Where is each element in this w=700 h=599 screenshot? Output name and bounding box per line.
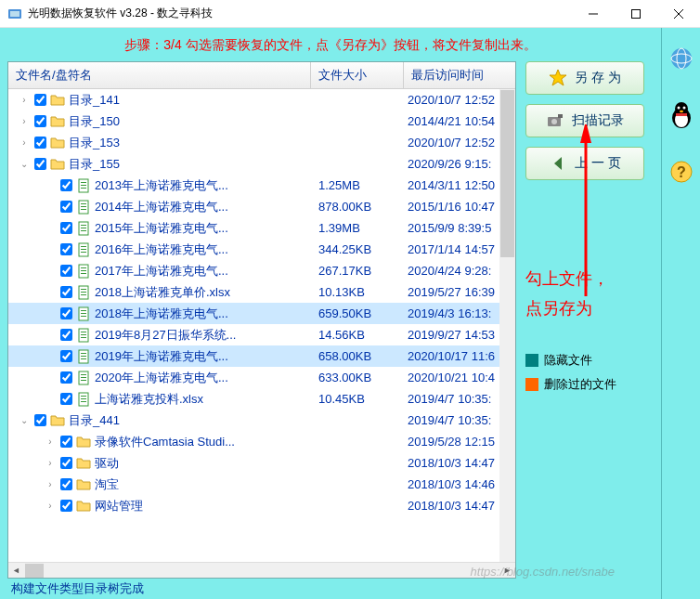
watermark: https://blog.csdn.net/snabe: [471, 565, 615, 579]
tree-row[interactable]: 2016年上海诺雅克电气...344.25KB2017/1/14 14:57: [8, 239, 515, 260]
tree-row[interactable]: ›网站管理2018/10/3 14:47: [8, 495, 515, 516]
row-checkbox[interactable]: [60, 307, 72, 319]
file-icon: [76, 200, 91, 215]
legend-deleted-label: 删除过的文件: [544, 376, 616, 393]
tree-row[interactable]: 2018年上海诺雅克电气...659.50KB2019/4/3 16:13:: [8, 303, 515, 324]
tree-row[interactable]: 上海诺雅克投料.xlsx10.45KB2019/4/7 10:35:: [8, 388, 515, 410]
tree-row[interactable]: ›目录_1502014/4/21 10:54: [8, 111, 515, 132]
column-size[interactable]: 文件大小: [311, 62, 404, 88]
tree-row[interactable]: 2020年上海诺雅克电气...633.00KB2020/10/21 10:4: [8, 367, 515, 388]
row-checkbox[interactable]: [34, 158, 46, 170]
tree-row[interactable]: 2013年上海诺雅克电气...1.25MB2014/3/11 12:50: [8, 175, 515, 196]
row-checkbox[interactable]: [60, 436, 72, 448]
row-checkbox[interactable]: [60, 201, 72, 213]
arrow-left-icon: [549, 154, 567, 173]
step-instruction: 步骤：3/4 勾选需要恢复的文件，点《另存为》按钮，将文件复制出来。: [7, 33, 654, 61]
tree-row[interactable]: ›驱动2018/10/3 14:47: [8, 452, 515, 474]
tree-row[interactable]: ›淘宝2018/10/3 14:46: [8, 474, 515, 495]
expander-icon[interactable]: ›: [18, 95, 31, 105]
help-icon[interactable]: ?: [669, 160, 694, 187]
status-bar: 构建文件类型目录树完成: [7, 579, 654, 599]
tree-row[interactable]: ⌄目录_4412019/4/7 10:35:: [8, 410, 515, 431]
row-name: 驱动: [95, 455, 119, 472]
expander-icon[interactable]: ⌄: [18, 415, 31, 425]
row-checkbox[interactable]: [60, 329, 72, 341]
tree-row[interactable]: ›录像软件Camtasia Studi...2019/5/28 12:15: [8, 431, 515, 452]
prev-page-button[interactable]: 上 一 页: [525, 147, 644, 180]
tree-row[interactable]: 2015年上海诺雅克电气...1.39MB2015/9/9 8:39:5: [8, 217, 515, 239]
row-date: 2020/9/26 9:15:: [404, 157, 515, 171]
column-date[interactable]: 最后访问时间: [404, 62, 515, 88]
row-date: 2018/10/3 14:47: [404, 499, 515, 513]
row-checkbox[interactable]: [60, 457, 72, 469]
row-checkbox[interactable]: [34, 137, 46, 149]
row-checkbox[interactable]: [60, 371, 72, 384]
expander-icon[interactable]: ›: [44, 458, 57, 468]
row-checkbox[interactable]: [34, 115, 46, 127]
file-icon: [76, 264, 91, 279]
tree-row[interactable]: 2017年上海诺雅克电气...267.17KB2020/4/24 9:28:: [8, 260, 515, 281]
scan-log-label: 扫描记录: [572, 112, 624, 129]
penguin-icon[interactable]: [669, 101, 694, 132]
svg-rect-28: [81, 292, 86, 293]
row-checkbox[interactable]: [60, 393, 72, 405]
row-date: 2014/3/11 12:50: [404, 178, 515, 192]
expander-icon[interactable]: ›: [18, 116, 31, 126]
row-size: 10.13KB: [311, 285, 404, 299]
svg-rect-35: [81, 332, 86, 332]
vertical-scrollbar[interactable]: [499, 89, 515, 562]
row-checkbox[interactable]: [60, 500, 72, 512]
tree-row[interactable]: ›目录_1532020/10/7 12:52: [8, 132, 515, 153]
row-checkbox[interactable]: [60, 243, 72, 255]
row-checkbox[interactable]: [34, 414, 46, 426]
row-name: 2014年上海诺雅克电气...: [95, 199, 228, 215]
save-as-button[interactable]: 另 存 为: [525, 61, 644, 95]
row-checkbox[interactable]: [60, 478, 72, 490]
tree-row[interactable]: 2014年上海诺雅克电气...878.00KB2015/1/16 10:47: [8, 196, 515, 217]
titlebar: 光明数据恢复软件 v3.28 - 数之寻科技: [0, 0, 700, 28]
svg-rect-49: [81, 401, 86, 402]
minimize-button[interactable]: [572, 0, 615, 28]
row-date: 2020/10/21 10:4: [404, 371, 515, 384]
folder-icon: [76, 499, 91, 514]
tree-row[interactable]: 2019年上海诺雅克电气...658.00KB2020/10/17 11:6: [8, 345, 515, 367]
row-date: 2014/4/21 10:54: [404, 114, 515, 128]
row-checkbox[interactable]: [60, 179, 72, 191]
maximize-button[interactable]: [615, 0, 657, 28]
globe-icon[interactable]: [669, 46, 694, 73]
tree-row[interactable]: 2018上海诺雅克单价.xlsx10.13KB2019/5/27 16:39: [8, 281, 515, 303]
scan-log-button[interactable]: 扫描记录: [525, 104, 644, 137]
window-title: 光明数据恢复软件 v3.28 - 数之寻科技: [28, 6, 572, 21]
row-checkbox[interactable]: [60, 265, 72, 277]
svg-point-64: [680, 111, 683, 112]
expander-icon[interactable]: ›: [18, 137, 31, 148]
file-icon: [76, 306, 91, 321]
row-size: 878.00KB: [311, 200, 404, 214]
expander-icon[interactable]: ⌄: [18, 159, 31, 169]
row-name: 录像软件Camtasia Studi...: [95, 434, 235, 450]
folder-icon: [76, 477, 91, 492]
row-checkbox[interactable]: [34, 94, 46, 106]
expander-icon[interactable]: ›: [44, 501, 57, 511]
expander-icon[interactable]: ›: [44, 479, 57, 489]
row-size: 658.00KB: [311, 349, 404, 363]
row-size: 14.56KB: [311, 328, 404, 342]
row-checkbox[interactable]: [60, 222, 72, 234]
row-checkbox[interactable]: [60, 286, 72, 298]
tree-body[interactable]: ›目录_1412020/10/7 12:52›目录_1502014/4/21 1…: [8, 89, 515, 562]
svg-rect-1: [10, 11, 19, 17]
horizontal-scrollbar[interactable]: ◄ ►: [8, 562, 515, 578]
row-name: 2016年上海诺雅克电气...: [95, 241, 228, 258]
column-name[interactable]: 文件名/盘符名: [8, 62, 311, 88]
row-size: 659.50KB: [311, 306, 404, 320]
tree-row[interactable]: ⌄目录_1552020/9/26 9:15:: [8, 153, 515, 175]
expander-icon[interactable]: ›: [44, 436, 57, 447]
tree-row[interactable]: ›目录_1412020/10/7 12:52: [8, 89, 515, 111]
tree-row[interactable]: 2019年8月27日振华系统...14.56KB2019/9/27 14:53: [8, 324, 515, 345]
tree-header: 文件名/盘符名 文件大小 最后访问时间: [8, 62, 515, 89]
close-button[interactable]: [657, 0, 700, 28]
row-checkbox[interactable]: [60, 350, 72, 362]
star-icon: [549, 69, 567, 87]
svg-rect-48: [81, 398, 86, 399]
svg-rect-24: [81, 270, 86, 271]
